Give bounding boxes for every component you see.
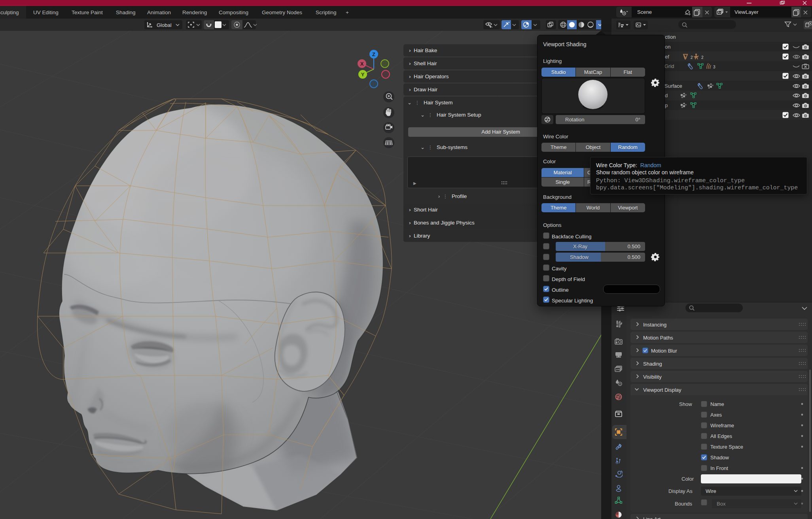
svg-text:X: X — [360, 61, 364, 67]
svg-text:Y: Y — [361, 72, 365, 77]
svg-text:Z: Z — [372, 51, 375, 57]
